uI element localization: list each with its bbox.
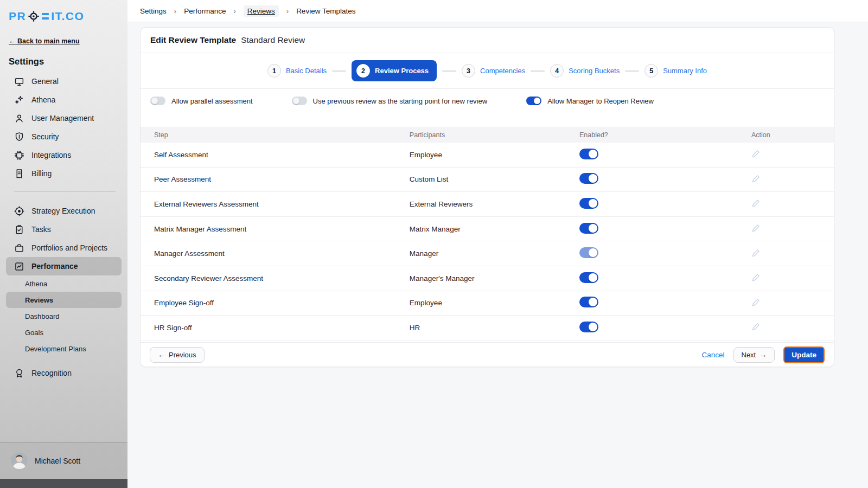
sidebar-item-label: Portfolios and Projects bbox=[31, 243, 107, 252]
cancel-link[interactable]: Cancel bbox=[701, 351, 724, 359]
breadcrumb-performance[interactable]: Performance bbox=[184, 7, 226, 15]
edit-pencil-icon[interactable] bbox=[751, 149, 761, 158]
step-scoring-buckets[interactable]: 4 Scoring Buckets bbox=[550, 64, 620, 78]
option-use-previous-review-as-the-starting-point-for-new-review: Use previous review as the starting poin… bbox=[292, 97, 488, 105]
sparkles-icon bbox=[14, 95, 24, 105]
enabled-toggle-secondary-reviewer-assessment[interactable] bbox=[579, 272, 598, 283]
enabled-toggle-employee-sign-off[interactable] bbox=[579, 297, 598, 307]
next-button[interactable]: Next → bbox=[733, 347, 775, 363]
sidebar-item-label: Athena bbox=[31, 95, 55, 104]
sidebar-nav: General Athena User Management Security … bbox=[0, 72, 127, 442]
footer-actions: Cancel Next → Update bbox=[701, 346, 825, 363]
sidebar-item-recognition[interactable]: Recognition bbox=[0, 364, 127, 382]
enabled-cell bbox=[579, 223, 751, 235]
enabled-toggle-self-assessment[interactable] bbox=[579, 149, 598, 159]
breadcrumb-separator: › bbox=[233, 7, 235, 15]
step-number: 2 bbox=[356, 64, 370, 78]
step-connector bbox=[625, 70, 639, 72]
profit-co-logo[interactable]: PR IT.CO bbox=[0, 0, 127, 23]
toggle-allow-manager-to-reopen-review[interactable] bbox=[526, 97, 541, 105]
enabled-toggle-hr-sign-off[interactable] bbox=[579, 322, 598, 332]
sidebar-subitem-label: Goals bbox=[25, 329, 43, 337]
step-review-process[interactable]: 2 Review Process bbox=[352, 60, 437, 81]
sidebar-user[interactable]: Michael Scott bbox=[0, 442, 127, 479]
sidebar-item-label: Strategy Execution bbox=[31, 207, 95, 215]
previous-button[interactable]: ← Previous bbox=[150, 347, 205, 363]
step-name: HR Sign-off bbox=[141, 324, 410, 332]
content-area: Edit Review Template Standard Review 1 B… bbox=[127, 22, 868, 488]
step-summary-info[interactable]: 5 Summary Info bbox=[644, 64, 707, 78]
table-header: Step Participants Enabled? Action bbox=[141, 127, 834, 143]
option-label: Use previous review as the starting poin… bbox=[313, 97, 488, 105]
sidebar-subitem-athena[interactable]: Athena bbox=[0, 275, 127, 292]
column-header-enabled: Enabled? bbox=[579, 131, 751, 139]
target-o-icon bbox=[28, 10, 40, 22]
sidebar-item-portfolios-and-projects[interactable]: Portfolios and Projects bbox=[0, 239, 127, 257]
action-cell bbox=[751, 149, 834, 160]
step-name: External Reviewers Assessment bbox=[141, 200, 410, 208]
breadcrumb-reviews[interactable]: Reviews bbox=[244, 5, 279, 17]
sidebar-subitem-reviews[interactable]: Reviews bbox=[6, 292, 122, 308]
edit-pencil-icon[interactable] bbox=[751, 273, 761, 282]
edit-review-template-card: Edit Review Template Standard Review 1 B… bbox=[140, 27, 834, 367]
enabled-toggle-peer-assessment[interactable] bbox=[579, 173, 598, 184]
breadcrumb-review-templates[interactable]: Review Templates bbox=[296, 7, 355, 15]
action-cell bbox=[751, 298, 834, 309]
sidebar-item-security[interactable]: Security bbox=[0, 127, 127, 146]
toggle-use-previous-review-as-the-starting-point-for-new-review[interactable] bbox=[292, 97, 307, 105]
edit-pencil-icon[interactable] bbox=[751, 322, 761, 331]
breadcrumb-settings[interactable]: Settings bbox=[140, 7, 167, 15]
enabled-toggle-matrix-manager-assessment[interactable] bbox=[579, 223, 598, 234]
breadcrumb: Settings› Performance› Reviews› Review T… bbox=[127, 0, 868, 22]
table-row-self-assessment: Self Assessment Employee bbox=[141, 143, 834, 168]
sidebar-item-billing[interactable]: Billing bbox=[0, 164, 127, 183]
toggle-allow-parallel-assessment[interactable] bbox=[150, 97, 165, 105]
enabled-toggle-manager-assessment[interactable] bbox=[579, 247, 598, 258]
table-row-matrix-manager-assessment: Matrix Manager Assessment Matrix Manager bbox=[141, 217, 834, 242]
sidebar-subitem-dashboard[interactable]: Dashboard bbox=[0, 308, 127, 324]
sidebar-item-athena[interactable]: Athena bbox=[0, 91, 127, 109]
edit-pencil-icon[interactable] bbox=[751, 174, 761, 183]
sidebar-subitem-development-plans[interactable]: Development Plans bbox=[0, 341, 127, 357]
step-competencies[interactable]: 3 Competencies bbox=[462, 64, 525, 78]
table-row-hr-sign-off: HR Sign-off HR bbox=[141, 316, 834, 341]
sidebar-item-label: General bbox=[31, 77, 59, 86]
step-connector bbox=[442, 70, 456, 72]
breadcrumb-separator: › bbox=[174, 7, 176, 15]
edit-pencil-icon[interactable] bbox=[751, 298, 761, 307]
step-name: Manager Assessment bbox=[141, 249, 410, 258]
page: PR IT.CO ← Back to main menu Settings Ge… bbox=[0, 0, 868, 488]
sidebar-scrollbar[interactable] bbox=[0, 479, 127, 488]
sidebar-item-label: User Management bbox=[31, 114, 94, 123]
sidebar-item-user-management[interactable]: User Management bbox=[0, 109, 127, 127]
sidebar-subitem-goals[interactable]: Goals bbox=[0, 324, 127, 341]
back-to-main-menu-link[interactable]: ← Back to main menu bbox=[9, 37, 80, 45]
update-button[interactable]: Update bbox=[783, 346, 825, 363]
sidebar-item-tasks[interactable]: Tasks bbox=[0, 220, 127, 239]
sidebar-item-integrations[interactable]: Integrations bbox=[0, 146, 127, 164]
step-label: Basic Details bbox=[286, 67, 327, 75]
sidebar-item-strategy-execution[interactable]: Strategy Execution bbox=[0, 202, 127, 220]
enabled-cell bbox=[579, 247, 751, 260]
back-link-label: Back to main menu bbox=[17, 37, 80, 45]
sidebar-item-label: Performance bbox=[31, 262, 78, 271]
sidebar-item-general[interactable]: General bbox=[0, 72, 127, 91]
logo-text-post: IT.CO bbox=[51, 10, 84, 23]
sidebar-item-performance[interactable]: Performance bbox=[6, 257, 122, 275]
card-header: Edit Review Template Standard Review bbox=[141, 28, 834, 53]
step-number: 4 bbox=[550, 64, 564, 78]
column-header-action: Action bbox=[751, 131, 834, 139]
edit-pencil-icon[interactable] bbox=[751, 198, 761, 208]
template-name: Standard Review bbox=[241, 35, 305, 45]
enabled-cell bbox=[579, 272, 751, 285]
card-footer: ← Previous Cancel Next → Update bbox=[141, 342, 834, 367]
clipboard-icon bbox=[14, 224, 24, 235]
step-basic-details[interactable]: 1 Basic Details bbox=[267, 64, 327, 78]
option-allow-manager-to-reopen-review: Allow Manager to Reopen Review bbox=[526, 97, 654, 105]
edit-pencil-icon[interactable] bbox=[751, 223, 761, 233]
enabled-toggle-external-reviewers-assessment[interactable] bbox=[579, 198, 598, 209]
action-cell bbox=[751, 248, 834, 259]
edit-pencil-icon[interactable] bbox=[751, 248, 761, 258]
step-name: Employee Sign-off bbox=[141, 299, 410, 307]
enabled-cell bbox=[579, 173, 751, 185]
